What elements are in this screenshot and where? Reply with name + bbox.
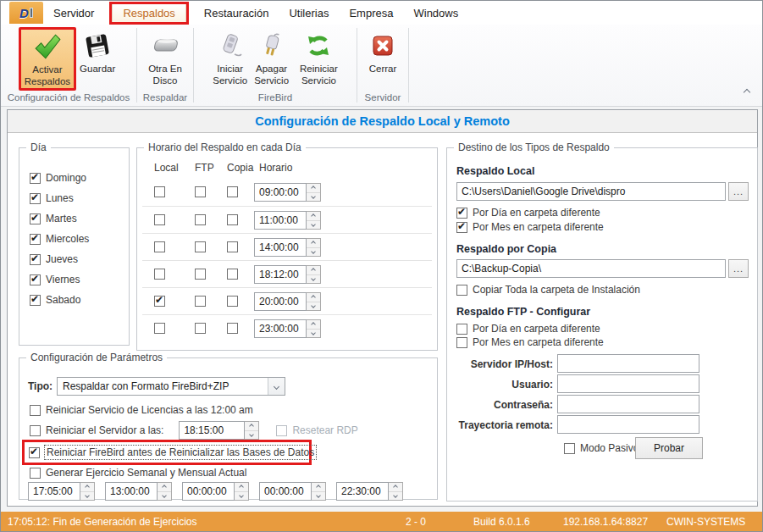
spin-down-button[interactable] [158,492,171,501]
time-value[interactable]: 17:05:00 [28,482,80,501]
spin-down-button[interactable] [245,431,258,440]
time-value[interactable]: 09:00:00 [254,183,307,202]
spin-down-button[interactable] [235,492,248,501]
local-por-dia-checkbox[interactable] [456,208,467,219]
local-checkbox[interactable] [154,186,165,197]
copia-checkbox[interactable] [227,241,238,252]
spin-down-button[interactable] [307,330,320,338]
time-value[interactable]: 18:12:00 [254,265,307,284]
domingo-checkbox[interactable] [30,173,41,184]
otra-en-disco-button[interactable]: Otra En Disco [145,27,185,89]
copia-checkbox[interactable] [227,323,238,334]
reiniciar-servidor-checkbox[interactable] [30,425,41,436]
spin-up-button[interactable] [307,184,320,193]
reiniciar-servicio-button[interactable]: Reiniciar Servicio [296,27,341,89]
menu-tab-utilerias[interactable]: Utilerias [279,3,339,24]
cerrar-button[interactable]: Cerrar [366,27,401,76]
respaldo-copia-browse-button[interactable]: ... [728,259,749,278]
tipo-combobox[interactable]: Respaldar con Formato FireBird+ZIP [57,377,285,396]
copiar-toda-checkbox[interactable] [456,285,467,296]
copia-checkbox[interactable] [227,214,238,225]
time-value[interactable]: 00:00:00 [182,482,235,501]
usuario-input[interactable] [557,374,699,393]
respaldo-copia-path-input[interactable] [456,259,726,278]
spin-down-button[interactable] [307,248,320,257]
spin-up-button[interactable] [158,483,171,492]
local-checkbox[interactable] [154,269,165,280]
spin-down-button[interactable] [389,492,402,501]
time-value[interactable]: 18:15:00 [179,421,245,440]
close-icon [370,30,395,61]
resetear-rdp-checkbox[interactable] [276,425,287,436]
spin-up-button[interactable] [307,320,320,330]
app-logo-icon[interactable]: D [9,2,43,24]
activar-respaldos-button[interactable]: Activar Respaldos [19,27,76,91]
spin-down-button[interactable] [307,275,320,284]
time-value[interactable]: 13:00:00 [105,482,158,501]
time-value[interactable]: 23:00:00 [254,319,307,338]
local-checkbox[interactable] [154,241,165,252]
ftp-checkbox[interactable] [195,186,206,197]
spin-up-button[interactable] [307,266,320,275]
iniciar-servicio-button[interactable]: Iniciar Servicio [209,27,251,89]
time-value[interactable]: 14:00:00 [254,238,307,257]
spin-up-button[interactable] [307,239,320,248]
spin-up-button[interactable] [80,483,94,492]
licencias-checkbox[interactable] [30,405,41,416]
ftp-checkbox[interactable] [195,241,206,252]
spin-up-button[interactable] [312,483,325,492]
local-checkbox[interactable] [154,323,165,334]
lunes-checkbox[interactable] [30,193,41,204]
martes-checkbox[interactable] [30,213,41,224]
local-por-mes-checkbox[interactable] [456,222,467,233]
copia-checkbox[interactable] [227,296,238,307]
sabado-checkbox[interactable] [30,295,41,306]
ftp-por-mes-checkbox[interactable] [456,337,467,348]
ftp-por-dia-checkbox[interactable] [456,324,467,335]
reiniciar-firebird-checkbox[interactable] [29,447,40,458]
time-value[interactable]: 11:00:00 [254,211,307,230]
modo-pasivo-checkbox[interactable] [564,443,575,454]
time-value[interactable]: 22:30:00 [336,482,389,501]
spin-up-button[interactable] [389,483,402,492]
time-value[interactable]: 00:00:00 [259,482,312,501]
time-value[interactable]: 20:00:00 [254,292,307,311]
miercoles-checkbox[interactable] [30,234,41,245]
spin-up-button[interactable] [235,483,248,492]
respaldo-local-browse-button[interactable]: ... [728,182,749,201]
contrasena-input[interactable] [557,395,699,413]
ftp-checkbox[interactable] [195,296,206,307]
menu-tab-servidor[interactable]: Servidor [43,3,104,24]
probar-button[interactable]: Probar [635,437,703,459]
spin-down-button[interactable] [307,193,320,202]
spin-down-button[interactable] [80,492,94,501]
local-checkbox[interactable] [154,296,165,307]
spin-up-button[interactable] [245,422,258,431]
ftp-checkbox[interactable] [195,323,206,334]
trayectoria-input[interactable] [557,415,699,434]
copia-checkbox[interactable] [227,269,238,280]
spin-down-button[interactable] [312,492,325,501]
apagar-servicio-button[interactable]: Apagar Servicio [251,27,292,89]
menu-tab-empresa[interactable]: Empresa [339,3,403,24]
column-header-local: Local [154,162,179,174]
column-header-copia: Copia [227,162,253,174]
ftp-checkbox[interactable] [195,269,206,280]
guardar-button[interactable]: Guardar [76,27,119,76]
local-checkbox[interactable] [154,214,165,225]
ribbon-collapse-button[interactable] [742,80,752,101]
spin-up-button[interactable] [307,293,320,302]
generar-ejercicio-checkbox[interactable] [30,468,41,479]
ftp-checkbox[interactable] [195,214,206,225]
copia-checkbox[interactable] [227,186,238,197]
spin-down-button[interactable] [307,221,320,230]
menu-tab-windows[interactable]: Windows [403,3,468,24]
respaldo-local-path-input[interactable] [456,182,726,201]
menu-tab-restauracion[interactable]: Restauración [194,3,279,24]
menu-tab-respaldos[interactable]: Respaldos [112,4,185,22]
spin-up-button[interactable] [307,212,320,221]
servidor-ip-input[interactable] [557,354,699,373]
viernes-checkbox[interactable] [30,274,41,285]
jueves-checkbox[interactable] [30,254,41,265]
spin-down-button[interactable] [307,302,320,311]
